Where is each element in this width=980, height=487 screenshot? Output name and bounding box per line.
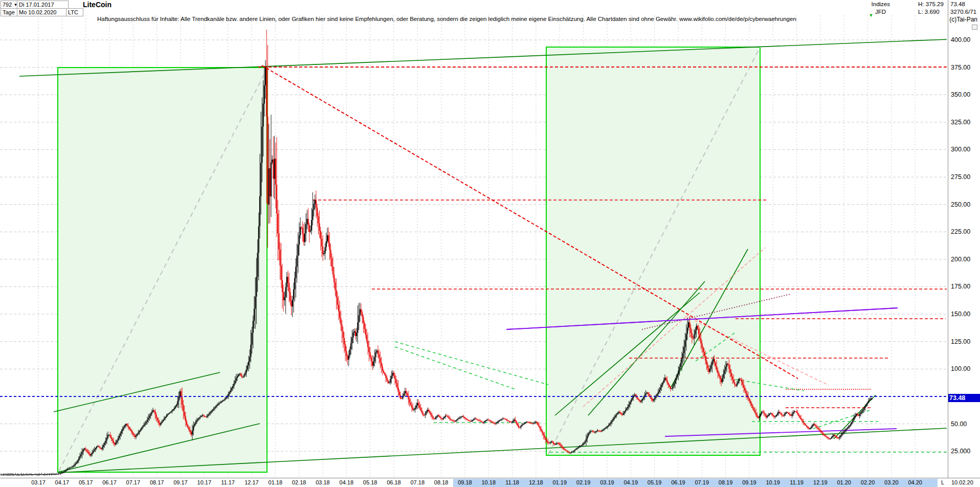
price-tick-label: 225.00 [951, 228, 970, 235]
price-tick-label: 250.00 [951, 201, 970, 208]
date-tick-label: 09.17 [173, 479, 188, 485]
date-tick-label: 10.18 [482, 479, 496, 485]
date-tick-label: 09.19 [742, 479, 756, 485]
price-tick-label: 200.00 [951, 256, 970, 263]
price-tick-label: 275.00 [951, 173, 970, 181]
marker-triangle-icon: ▼ [869, 13, 874, 18]
date-tick-label: 08.17 [150, 479, 164, 485]
date-tick-label: 09.18 [458, 479, 472, 485]
axis-separator [948, 0, 948, 487]
price-tick-label: 100.00 [951, 365, 970, 372]
date-tick-label: 11.17 [221, 479, 235, 485]
resize-box-icon[interactable] [972, 25, 977, 30]
date-axis: 03.1704.1705.1706.1707.1708.1709.1710.17… [0, 478, 980, 487]
date-tick-label: 04.17 [55, 479, 70, 485]
taipan-chart-window: 792 ▼ Di 17.01.2017 Tage ▼ Mo 10.02.2020… [0, 0, 980, 487]
date-tick-label: 04.19 [623, 479, 638, 485]
period-low: L: 3.690 [918, 8, 940, 15]
price-tick-label: 25.000 [951, 448, 970, 455]
date-tick-label: 06.17 [102, 479, 117, 485]
date-tick-label: 03.20 [884, 479, 899, 485]
date-tick-label: 01.19 [552, 479, 567, 485]
feed-label: JFD [875, 8, 886, 15]
date-tick-label: 12.19 [813, 479, 828, 485]
date-tick-label: 03.19 [600, 479, 614, 485]
date-tick-label: 02.19 [576, 479, 591, 485]
date-tick-label: 01.20 [837, 479, 851, 485]
price-tick-label: 400.00 [951, 36, 970, 43]
last-value: 73.48 [950, 1, 965, 8]
price-tick-label: 175.00 [951, 283, 970, 290]
date-tick-label: 12.17 [244, 479, 259, 485]
date-tick-label: 07.17 [126, 479, 141, 485]
date-tick-label: 03.17 [31, 479, 46, 485]
date-tick-label: 07.18 [411, 479, 425, 485]
instrument-title: LiteCoin [83, 1, 112, 9]
price-tick-label: 375.00 [951, 64, 970, 71]
last-bar-marker: L [941, 479, 944, 485]
price-tick-label: 125.00 [951, 338, 970, 345]
date-tick-label: 11.18 [505, 479, 519, 485]
date-from-cell[interactable]: Di 17.01.2017 [17, 1, 69, 9]
price-tick-label: 50.00 [951, 420, 967, 428]
date-tick-label: 04.20 [908, 479, 922, 485]
date-tick-label: 01.18 [269, 479, 283, 485]
disclaimer-text: Haftungsausschluss für Inhalte: Alle Tre… [97, 16, 796, 22]
date-tick-label: 10.19 [766, 479, 780, 485]
price-tick-label: 300.00 [951, 146, 970, 153]
date-tick-label: 10.17 [197, 479, 212, 485]
price-tick-label: 150.00 [951, 311, 970, 318]
date-tick-label: 07.19 [695, 479, 709, 485]
chart-canvas [0, 0, 980, 487]
date-tick-label: 05.17 [79, 479, 93, 485]
date-tick-label: 08.19 [719, 479, 733, 485]
date-tick-label: 06.18 [387, 479, 401, 485]
date-tick-label: 04.18 [340, 479, 354, 485]
date-tick-label: 08.18 [434, 479, 449, 485]
price-tick-label: 325.00 [951, 119, 970, 126]
volume-info: 3270.6/71 [950, 8, 976, 15]
date-tick-label: 02.18 [292, 479, 306, 485]
price-tick-label: 350.00 [951, 91, 970, 98]
symbol-cell: LTC [66, 8, 83, 16]
date-tick-label: 05.19 [648, 479, 662, 485]
date-to-cell[interactable]: Mo 10.02.2020 [17, 8, 69, 16]
period-high: H: 375.29 [918, 1, 944, 8]
copyright-label: (c)Tai-Pan [949, 16, 977, 23]
date-tick-label: 11.19 [790, 479, 804, 485]
last-price-badge: 73.48 [948, 394, 980, 402]
date-tick-label: 05.18 [363, 479, 377, 485]
provider-label: Indizes [872, 1, 890, 8]
date-tick-label: 02.20 [861, 479, 875, 485]
date-tick-label: 06.19 [671, 479, 685, 485]
date-tick-label: 12.18 [529, 479, 543, 485]
date-tick-label: 03.18 [316, 479, 330, 485]
last-bar-date: 10.02.20 [951, 479, 973, 485]
